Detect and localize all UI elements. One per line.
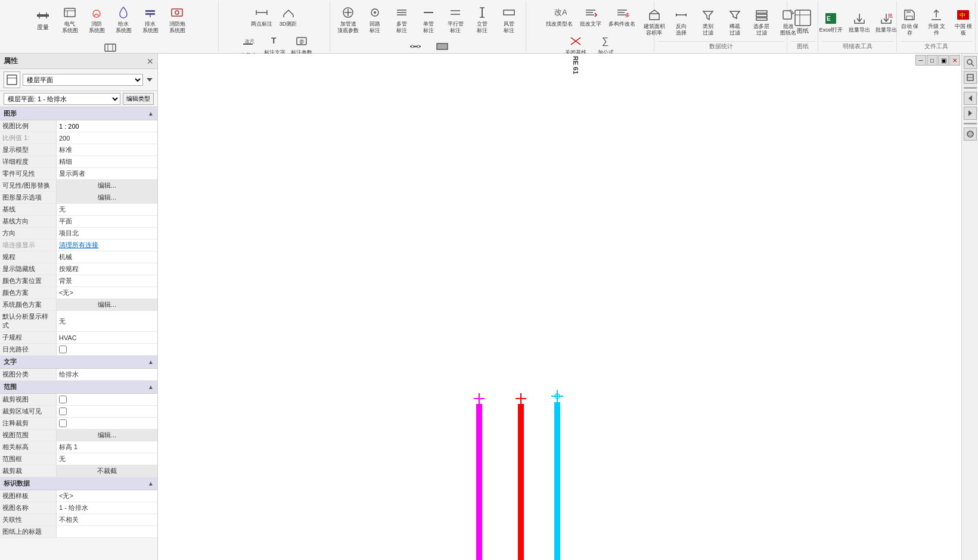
fire-icon <box>88 4 105 21</box>
section-text-body: 视图分类 给排水 <box>0 369 157 381</box>
prop-view-template-name: 视图样板 <box>0 490 57 502</box>
btn-batch-export2[interactable]: 批 批量导出 <box>873 2 899 41</box>
section-range-header[interactable]: 范围 ▲ <box>0 381 157 394</box>
btn-category-filter[interactable]: 类别 过滤 <box>695 2 721 41</box>
section-identity-header[interactable]: 标识数据 ▲ <box>0 477 157 490</box>
prop-color-scheme-name: 颜色方案 <box>0 287 57 298</box>
view-scale-input[interactable] <box>59 123 155 130</box>
btn-multi-floor[interactable]: 选多层 过滤 <box>749 2 775 41</box>
btn-duct-label: 风管 标注 <box>504 21 514 34</box>
btn-minimize[interactable]: ─ <box>915 55 926 66</box>
sunpath-checkbox[interactable] <box>59 346 67 353</box>
measure-icon <box>35 7 51 24</box>
btn-modify-text[interactable]: 改A 找改类型名 <box>544 2 575 29</box>
canvas-area[interactable]: ─ □ ▣ ✕ RE 61 <box>158 54 978 560</box>
floor-plan-selector[interactable]: 模层平面: 1 - 给排水 <box>4 93 120 105</box>
btn-electric[interactable]: 电气 系统图 <box>57 2 83 36</box>
prop-cut: 裁剪裁 不裁截 <box>0 465 157 477</box>
type-selector[interactable]: 楼层平面 <box>23 74 143 86</box>
btn-batch-export[interactable]: 批量导出 <box>846 2 873 41</box>
prop-view-category-name: 视图分类 <box>0 369 57 380</box>
btn-two-point[interactable]: 两点标注 <box>249 2 275 29</box>
btn-water[interactable]: 给水 系统图 <box>110 2 136 36</box>
btn-single[interactable]: 单管 标注 <box>415 2 442 36</box>
prop-graphic-display-btn[interactable]: 编辑... <box>57 192 157 203</box>
toolbar-group-mep: 加管道 顶底参数 回路 标注 多管 标注 单管 标注 <box>331 1 526 52</box>
btn-add-pipe[interactable]: 加管道 顶底参数 <box>335 2 361 36</box>
prop-dependency: 关联性 不相关 <box>0 514 157 526</box>
btn-vertical-pipe[interactable]: 立管 标注 <box>469 2 495 36</box>
panel-close-btn[interactable]: ✕ <box>147 57 154 66</box>
prop-cut-btn[interactable]: 不裁截 <box>57 465 157 477</box>
btn-reverse-select[interactable]: 反向 选择 <box>668 2 694 41</box>
btn-maximize[interactable]: ▣ <box>938 55 949 66</box>
pipe-cyan-container <box>551 390 563 560</box>
btn-building-area[interactable]: 建筑面积 容积率 <box>641 2 667 41</box>
btn-zoom-next[interactable] <box>964 107 977 120</box>
btn-batch-text[interactable]: 批改文字 <box>576 2 606 29</box>
prop-sys-color-scheme-btn[interactable]: 编辑... <box>57 299 157 310</box>
crop-visible-checkbox[interactable] <box>59 407 67 415</box>
crop-view-checkbox[interactable] <box>59 396 67 403</box>
prop-wall-join-value[interactable]: 清理所有连接 <box>57 239 157 251</box>
btn-upgrade-file[interactable]: 升级 文件 <box>923 2 949 41</box>
section-text-header[interactable]: 文字 ▲ <box>0 356 157 369</box>
btn-restore[interactable]: □ <box>927 55 937 66</box>
btn-duct[interactable]: 风管 标注 <box>496 2 522 36</box>
btn-close[interactable]: ✕ <box>949 55 960 66</box>
pipe-magenta-container <box>474 393 485 560</box>
annotation-crop-checkbox[interactable] <box>59 419 67 427</box>
btn-zoom-fit[interactable] <box>964 71 977 84</box>
prop-show-hidden: 显示隐藏线 按规程 <box>0 263 157 275</box>
prop-color-scheme-pos-value: 背景 <box>57 275 157 287</box>
prop-view-range: 视图范围 编辑... <box>0 430 157 441</box>
prop-view-name-value: 1 - 给排水 <box>57 502 157 514</box>
btn-orbit[interactable] <box>964 127 977 141</box>
excel-open-icon: E <box>822 10 839 27</box>
prop-visibility-override-btn[interactable]: 编辑... <box>57 180 157 191</box>
section-graphics-header[interactable]: 图形 ▲ <box>0 107 157 120</box>
toolbar-group-detail: E Excel打开 批量导出 批 批量导出 明细表工具 <box>819 1 897 52</box>
btn-parallel[interactable]: 平行管 标注 <box>442 2 468 36</box>
svg-rect-8 <box>145 13 155 15</box>
svg-rect-50 <box>756 14 767 17</box>
btn-measure[interactable]: 度量 <box>30 2 56 36</box>
btn-sparse-filter[interactable]: 稀疏 过滤 <box>722 2 748 41</box>
prop-view-name-name: 视图名称 <box>0 502 57 514</box>
prop-graphic-display: 图形显示选项 编辑... <box>0 192 157 204</box>
prop-orientation: 方向 项目北 <box>0 228 157 239</box>
prop-baseline-dir: 基线方向 平面 <box>0 216 157 228</box>
btn-drawing[interactable]: 图纸 <box>790 2 816 41</box>
btn-china-template-label: 中国 模板 <box>952 23 974 36</box>
btn-zoom-prev[interactable] <box>964 92 977 105</box>
batch-text-icon <box>582 4 599 21</box>
batch-text2-icon: 多 <box>614 4 631 21</box>
prop-display-model: 显示模型 标准 <box>0 144 157 156</box>
btn-batch-text2[interactable]: 多 多构件改名 <box>606 2 638 29</box>
btn-firefight[interactable]: 消防炮 系统图 <box>164 2 190 36</box>
prop-detail-level-name: 详细程度 <box>0 156 57 167</box>
btn-multi[interactable]: 多管 标注 <box>389 2 415 36</box>
drawing-icon <box>793 8 812 27</box>
toolbar-group-text: 改A 找改类型名 批改文字 多 多构件改名 <box>527 1 655 52</box>
prop-view-category: 视图分类 给排水 <box>0 369 157 381</box>
prop-view-name: 视图名称 1 - 给排水 <box>0 502 157 514</box>
btn-firefight-label: 消防炮 系统图 <box>169 21 185 34</box>
btn-china-template[interactable]: 中 中国 模板 <box>950 2 976 41</box>
btn-excel-open[interactable]: E Excel打开 <box>816 2 845 41</box>
firefight-icon <box>169 4 185 21</box>
svg-rect-49 <box>756 11 767 13</box>
prop-annotation-crop-value <box>57 418 157 429</box>
svg-rect-41 <box>437 43 448 49</box>
prop-discipline-name: 规程 <box>0 251 57 263</box>
prop-view-scale-value[interactable] <box>57 120 157 132</box>
btn-drain[interactable]: 排水 系统图 <box>137 2 163 36</box>
btn-circuit[interactable]: 回路 标注 <box>362 2 388 36</box>
btn-3d-dim[interactable]: 3D测距 <box>275 2 302 29</box>
prop-view-range-btn[interactable]: 编辑... <box>57 430 157 441</box>
btn-zoom-region[interactable] <box>964 56 977 69</box>
btn-auto-save[interactable]: 自动 保存 <box>896 2 923 41</box>
section-identity-title: 标识数据 <box>4 479 30 488</box>
btn-fire[interactable]: 消防 系统图 <box>83 2 110 36</box>
floor-edit-btn[interactable]: 编辑类型 <box>123 93 154 105</box>
